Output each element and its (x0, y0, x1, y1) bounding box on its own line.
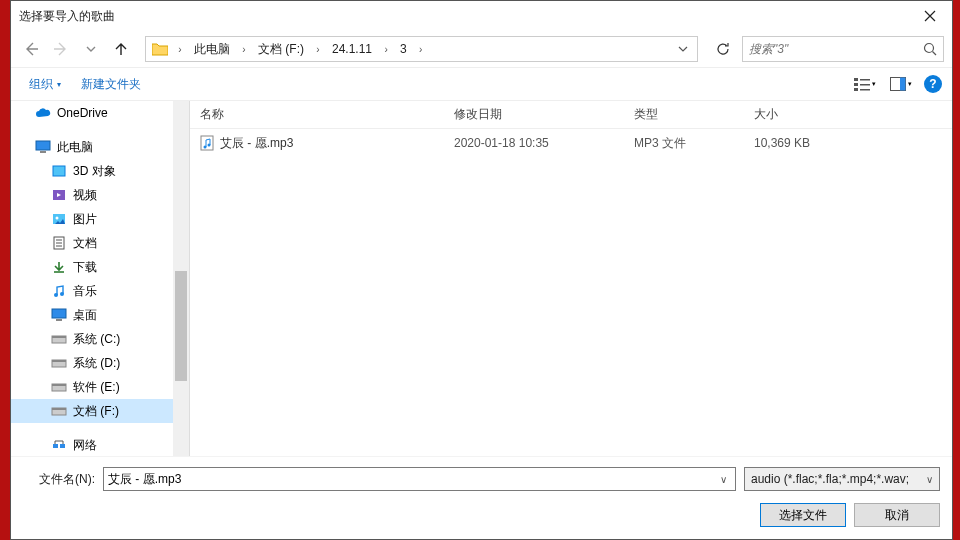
breadcrumb-chevron[interactable]: › (310, 37, 326, 61)
breadcrumb-seg-1[interactable]: 文档 (F:) (252, 37, 310, 61)
tree-item[interactable]: 音乐 (11, 279, 189, 303)
svg-rect-32 (52, 408, 66, 410)
file-date: 2020-01-18 10:35 (444, 136, 624, 150)
search-icon[interactable] (923, 42, 937, 56)
tree-item-thispc[interactable]: 此电脑 (11, 135, 189, 159)
col-size[interactable]: 大小 (744, 106, 864, 123)
svg-rect-33 (53, 444, 58, 448)
svg-point-0 (925, 44, 934, 53)
tree-icon (51, 307, 67, 323)
organize-menu[interactable]: 组织 ▾ (21, 71, 69, 97)
tree-label: 图片 (73, 211, 189, 228)
preview-pane-button[interactable]: ▾ (888, 73, 914, 95)
tree-item[interactable]: 桌面 (11, 303, 189, 327)
tree-item[interactable]: 文档 (11, 231, 189, 255)
filename-label: 文件名(N): (23, 471, 95, 488)
svg-rect-10 (40, 151, 46, 153)
arrow-left-icon (23, 41, 39, 57)
col-name[interactable]: 名称 (190, 106, 444, 123)
tree-label: 软件 (E:) (73, 379, 189, 396)
new-folder-button[interactable]: 新建文件夹 (73, 71, 149, 97)
breadcrumb-dropdown[interactable] (673, 37, 693, 61)
view-options-button[interactable]: ▾ (852, 73, 878, 95)
breadcrumb-seg-2[interactable]: 24.1.11 (326, 37, 378, 61)
up-button[interactable] (109, 37, 133, 61)
filename-input[interactable] (108, 472, 715, 486)
tree-icon (51, 235, 67, 251)
breadcrumb[interactable]: › 此电脑 › 文档 (F:) › 24.1.11 › 3 › (145, 36, 698, 62)
tree-icon (51, 211, 67, 227)
breadcrumb-chevron[interactable]: › (378, 37, 394, 61)
filename-combo[interactable]: ∨ (103, 467, 736, 491)
file-type-filter[interactable]: audio (*.flac;*.fla;*.mp4;*.wav; ∨ (744, 467, 940, 491)
view-icon (854, 77, 870, 91)
breadcrumb-chevron[interactable]: › (236, 37, 252, 61)
nav-row: › 此电脑 › 文档 (F:) › 24.1.11 › 3 › (11, 31, 952, 67)
chevron-down-icon (678, 44, 688, 54)
tree-item[interactable]: 文档 (F:) (11, 399, 189, 423)
tree-item[interactable]: 图片 (11, 207, 189, 231)
chevron-down-icon: ▾ (872, 80, 876, 88)
file-list[interactable]: 艾辰 - 愿.mp32020-01-18 10:35MP3 文件10,369 K… (190, 129, 952, 456)
arrow-right-icon (53, 41, 69, 57)
tree-item[interactable]: 下载 (11, 255, 189, 279)
tree-label: 视频 (73, 187, 189, 204)
breadcrumb-chevron[interactable]: › (413, 37, 429, 61)
help-button[interactable]: ? (924, 75, 942, 93)
close-button[interactable] (908, 1, 952, 31)
tree-item-onedrive[interactable]: OneDrive (11, 101, 189, 125)
tree-scrollbar[interactable] (173, 101, 189, 456)
file-size: 10,369 KB (744, 136, 864, 150)
svg-rect-35 (201, 136, 213, 150)
breadcrumb-chevron[interactable]: › (172, 37, 188, 61)
folder-icon (150, 39, 170, 59)
back-button[interactable] (19, 37, 43, 61)
column-headers: 名称 修改日期 类型 大小 (190, 101, 952, 129)
svg-point-15 (56, 217, 59, 220)
search-box[interactable] (742, 36, 944, 62)
tree-item[interactable]: 系统 (C:) (11, 327, 189, 351)
file-list-pane: 名称 修改日期 类型 大小 艾辰 - 愿.mp32020-01-18 10:35… (190, 101, 952, 456)
tree-label: OneDrive (57, 106, 189, 120)
tree-icon (51, 331, 67, 347)
tree-icon (51, 379, 67, 395)
col-date[interactable]: 修改日期 (444, 106, 624, 123)
svg-rect-1 (854, 78, 858, 81)
recent-locations-button[interactable] (79, 37, 103, 61)
cancel-button[interactable]: 取消 (854, 503, 940, 527)
tree-item[interactable]: 系统 (D:) (11, 351, 189, 375)
refresh-button[interactable] (710, 36, 736, 62)
command-bar: 组织 ▾ 新建文件夹 ▾ ▾ ? (11, 67, 952, 101)
nav-tree-pane: OneDrive 此电脑 3D 对象视频图片文档下载音乐桌面系统 (C:)系统 … (11, 101, 189, 456)
tree-item[interactable]: 3D 对象 (11, 159, 189, 183)
new-folder-label: 新建文件夹 (81, 76, 141, 93)
svg-rect-8 (900, 78, 906, 91)
col-type[interactable]: 类型 (624, 106, 744, 123)
file-type: MP3 文件 (624, 135, 744, 152)
tree-label: 3D 对象 (73, 163, 189, 180)
svg-rect-23 (52, 309, 66, 318)
file-row[interactable]: 艾辰 - 愿.mp32020-01-18 10:35MP3 文件10,369 K… (190, 129, 952, 157)
tree-label: 文档 (73, 235, 189, 252)
preview-pane-icon (890, 77, 906, 91)
svg-rect-4 (860, 79, 870, 81)
scrollbar-thumb[interactable] (175, 271, 187, 381)
file-name: 艾辰 - 愿.mp3 (220, 135, 293, 152)
open-button[interactable]: 选择文件 (760, 503, 846, 527)
tree-item[interactable]: 软件 (E:) (11, 375, 189, 399)
tree-item[interactable]: 视频 (11, 183, 189, 207)
svg-rect-2 (854, 83, 858, 86)
close-icon (924, 10, 936, 22)
chevron-down-icon[interactable]: ∨ (715, 474, 731, 485)
tree-icon (51, 437, 67, 453)
svg-rect-3 (854, 88, 858, 91)
footer: 文件名(N): ∨ audio (*.flac;*.fla;*.mp4;*.wa… (11, 456, 952, 539)
breadcrumb-seg-3[interactable]: 3 (394, 37, 413, 61)
breadcrumb-seg-0[interactable]: 此电脑 (188, 37, 236, 61)
tree-icon (51, 163, 67, 179)
tree-icon (51, 259, 67, 275)
svg-rect-5 (860, 84, 870, 86)
search-input[interactable] (749, 42, 917, 56)
tree-icon (51, 283, 67, 299)
tree-item[interactable]: 网络 (11, 433, 189, 456)
